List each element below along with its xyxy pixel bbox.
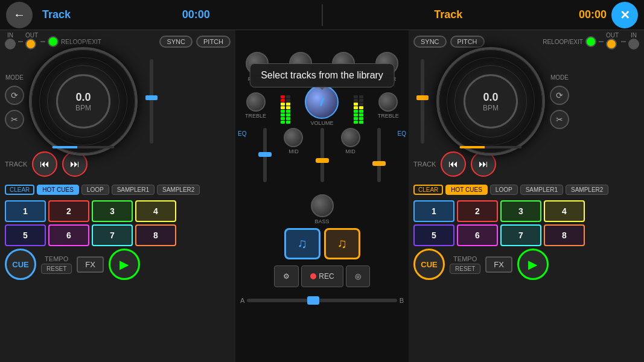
mode-label-right: MODE: [550, 74, 569, 81]
mode-icon1-left[interactable]: ⟳: [5, 86, 24, 105]
library-btn-left[interactable]: ♫: [284, 228, 320, 259]
crossfader-thumb[interactable]: [307, 296, 319, 305]
in-dot-right[interactable]: [628, 39, 639, 49]
pitch-fader-left[interactable]: [142, 53, 161, 150]
loop-tab-left[interactable]: LOOP: [81, 185, 109, 195]
treble-right-group: TREBLE: [378, 92, 399, 119]
fx-btn-left[interactable]: FX: [77, 256, 104, 273]
clear-btn-left[interactable]: CLEAR: [5, 185, 34, 195]
platter-area-right: 0.0 BPM MODE ⟳ ✂: [409, 53, 644, 150]
pad-row-bot-right: 5 6 7 8: [413, 224, 639, 246]
pad-8-left[interactable]: 8: [135, 224, 176, 246]
hotcues-tab-right[interactable]: HOT CUES: [445, 185, 488, 195]
pitch-track-left: [150, 59, 153, 144]
pad-2-left[interactable]: 2: [48, 200, 89, 222]
target-btn[interactable]: ◎: [346, 265, 370, 287]
pad-3-right[interactable]: 3: [500, 200, 541, 222]
vu-right: [354, 87, 363, 124]
pad-5-right[interactable]: 5: [413, 224, 454, 246]
mode-icon2-right[interactable]: ✂: [550, 110, 569, 129]
hc-top-right: CLEAR HOT CUES LOOP SAMPLER1 SAMPLER2: [413, 181, 639, 198]
pad-1-left[interactable]: 1: [5, 200, 46, 222]
mid-right-group: MID: [341, 128, 360, 154]
cue-btn-left[interactable]: CUE: [5, 249, 36, 280]
pad-row-top-left: 1 2 3 4: [5, 200, 231, 222]
mode-label-left: MODE: [5, 74, 24, 81]
sync-btn-left[interactable]: SYNC: [159, 36, 193, 48]
green-dot-right[interactable]: [585, 36, 596, 47]
mid-left-knob[interactable]: [284, 128, 303, 147]
pad-1-right[interactable]: 1: [413, 200, 454, 222]
pad-6-left[interactable]: 6: [48, 224, 89, 246]
sampler2-tab-right[interactable]: SAMPLER2: [566, 185, 608, 195]
play-btn-left[interactable]: ▶: [109, 249, 140, 280]
pad-4-left[interactable]: 4: [135, 200, 176, 222]
fx-btn-right[interactable]: FX: [485, 256, 512, 273]
pad-7-left[interactable]: 7: [92, 224, 133, 246]
eq-toggle-btn[interactable]: ⚙: [274, 265, 299, 287]
ch-fader-thumb-left[interactable]: [258, 152, 272, 157]
sampler2-tab-left[interactable]: SAMPLER2: [157, 185, 200, 195]
reset-btn-left[interactable]: RESET: [41, 264, 72, 274]
bass-knob[interactable]: [311, 194, 334, 217]
out-dot-right[interactable]: [606, 39, 617, 49]
pad-7-right[interactable]: 7: [500, 224, 541, 246]
platter-right[interactable]: 0.0 BPM: [436, 47, 545, 156]
hotcues-tab-left[interactable]: HOT CUES: [37, 185, 79, 195]
volume-fader-center[interactable]: [320, 128, 324, 182]
vol-fader-thumb-orange[interactable]: [316, 158, 329, 163]
crossfader-track[interactable]: [247, 299, 397, 302]
ch-fader-track-right: [377, 128, 381, 182]
back-button[interactable]: ←: [6, 2, 33, 28]
bass-knob-group: BASS: [311, 194, 334, 224]
pad-8-right[interactable]: 8: [544, 224, 585, 246]
rec-btn[interactable]: REC: [301, 265, 343, 287]
prev-track-left[interactable]: ⏮: [32, 151, 57, 177]
in-dot-left[interactable]: [5, 39, 16, 49]
pad-3-left[interactable]: 3: [92, 200, 133, 222]
cue-btn-right[interactable]: CUE: [413, 249, 445, 280]
mode-icon1-right[interactable]: ⟳: [550, 86, 569, 105]
channel-fader-left[interactable]: [263, 128, 267, 182]
pad-6-right[interactable]: 6: [457, 224, 498, 246]
library-btn-right[interactable]: ♫: [324, 228, 360, 259]
dash4: [621, 41, 626, 42]
track-label-left: TRACK: [5, 160, 27, 168]
pitch-thumb-right[interactable]: [416, 95, 429, 100]
mode-icon2-left[interactable]: ✂: [5, 110, 24, 129]
library-icon-orange: ♫: [337, 236, 347, 252]
sampler1-tab-left[interactable]: SAMPLER1: [112, 185, 155, 195]
play-btn-right[interactable]: ▶: [517, 249, 549, 280]
pitch-btn-right[interactable]: PITCH: [450, 36, 485, 48]
treble-right-knob[interactable]: [378, 92, 398, 112]
mid-left-label: MID: [289, 148, 299, 154]
loop-tab-right[interactable]: LOOP: [490, 185, 518, 195]
pitch-fader-right[interactable]: [413, 53, 432, 150]
reloop-label-right: RELOOP/EXIT: [543, 39, 583, 45]
treble-left-knob[interactable]: [246, 92, 266, 112]
reset-btn-right[interactable]: RESET: [450, 264, 480, 274]
sampler1-tab-right[interactable]: SAMPLER1: [520, 185, 563, 195]
pad-4-right[interactable]: 4: [544, 200, 585, 222]
deck-left-top: IN OUT RELOOP/EXIT SYNC PITCH: [0, 30, 235, 53]
pad-5-left[interactable]: 5: [5, 224, 46, 246]
close-button[interactable]: ✕: [611, 2, 638, 28]
track-nav-right: TRACK ⏮ ⏭: [409, 150, 644, 179]
platter-left[interactable]: 0.0 BPM: [29, 47, 138, 156]
clear-btn-right[interactable]: CLEAR: [413, 185, 443, 195]
pitch-thumb-left[interactable]: [145, 95, 158, 100]
mid-right-knob[interactable]: [341, 128, 360, 147]
pitch-btn-left[interactable]: PITCH: [196, 36, 231, 48]
crossfader-area: A B: [235, 291, 409, 310]
channel-fader-right[interactable]: [377, 128, 381, 182]
pad-2-right[interactable]: 2: [457, 200, 498, 222]
out-dot-left[interactable]: [25, 39, 36, 49]
crossfader-a-label: A: [240, 297, 244, 304]
pad-row-bot-left: 5 6 7 8: [5, 224, 231, 246]
main-layout: IN OUT RELOOP/EXIT SYNC PITCH MODE: [0, 30, 644, 362]
prev-track-right[interactable]: ⏮: [441, 151, 466, 177]
sync-btn-right[interactable]: SYNC: [413, 36, 447, 48]
green-dot-left[interactable]: [48, 36, 59, 47]
ch-fader-thumb-right[interactable]: [372, 161, 386, 166]
bass-label: BASS: [314, 218, 329, 224]
